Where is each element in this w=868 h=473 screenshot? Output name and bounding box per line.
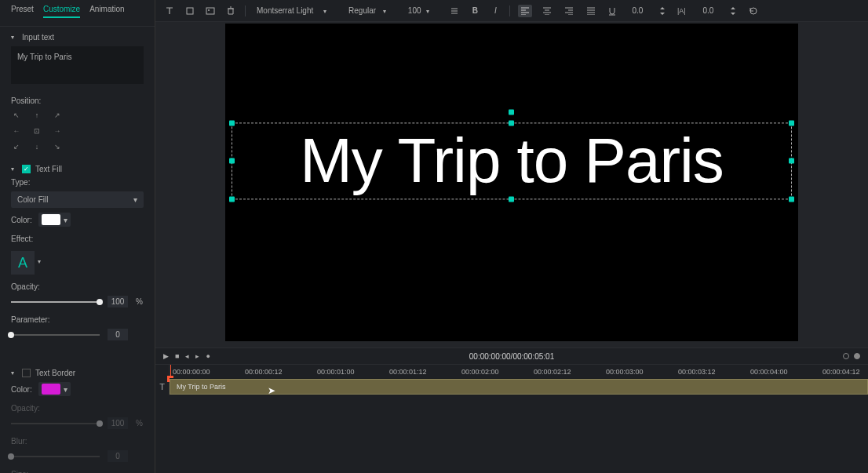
bold-button[interactable]: B xyxy=(469,5,481,17)
chevron-down-icon: ▾ xyxy=(383,8,386,15)
text-tool-icon[interactable] xyxy=(163,5,176,17)
font-weight-select[interactable]: Regular ▾ xyxy=(345,5,397,16)
pos-top-center[interactable]: ↑ xyxy=(31,110,42,121)
pos-bot-center[interactable]: ↓ xyxy=(31,141,42,152)
play-button[interactable]: ▶ xyxy=(163,352,169,360)
text-fill-checkbox[interactable]: ✓ xyxy=(22,165,31,173)
chevron-down-icon: ▾ xyxy=(11,369,17,377)
stop-button[interactable]: ■ xyxy=(175,352,179,360)
text-fill-header[interactable]: ▾ ✓ Text Fill xyxy=(11,165,144,173)
pos-mid-right[interactable]: → xyxy=(52,126,63,136)
effect-label: Effect: xyxy=(11,235,144,243)
border-color-label: Color: xyxy=(11,385,32,394)
chevron-down-icon: ▾ xyxy=(38,258,41,265)
handle-mid-right[interactable] xyxy=(789,158,794,163)
parameter-slider[interactable] xyxy=(11,334,100,336)
line-spacing-input[interactable]: 0.0 xyxy=(697,6,719,15)
cursor-icon: ➤ xyxy=(268,385,275,396)
ruler-tick: 00:00:00:00 xyxy=(173,368,210,376)
time-ruler[interactable]: 00:00:00:00 00:00:00:12 00:00:01:00 00:0… xyxy=(170,365,868,378)
parameter-label: Parameter: xyxy=(11,315,144,324)
crop-icon[interactable] xyxy=(184,5,196,17)
image-icon[interactable] xyxy=(204,5,217,17)
playhead[interactable] xyxy=(170,365,171,378)
ruler-tick: 00:00:02:12 xyxy=(534,368,571,376)
zoom-in-button[interactable] xyxy=(854,353,860,359)
marker-button[interactable]: ● xyxy=(206,352,210,360)
tab-customize[interactable]: Customize xyxy=(43,5,80,18)
handle-bot-left[interactable] xyxy=(229,196,235,202)
preview-canvas[interactable]: My Trip to Paris xyxy=(225,24,798,341)
handle-top-left[interactable] xyxy=(229,120,235,126)
canvas-area: My Trip to Paris xyxy=(155,22,868,347)
border-opacity-label: Opacity: xyxy=(11,404,144,413)
text-track-body[interactable]: My Trip to Paris ➤ xyxy=(170,378,868,395)
opacity-value[interactable]: 100 xyxy=(108,296,128,307)
align-left-button[interactable] xyxy=(518,5,532,17)
letter-spacing-input[interactable]: 0.0 xyxy=(626,6,648,15)
pos-top-right[interactable]: ↗ xyxy=(52,110,63,121)
svg-rect-1 xyxy=(206,8,214,14)
opacity-unit: % xyxy=(136,297,144,306)
indent-icon[interactable] xyxy=(448,5,461,17)
handle-rotate[interactable] xyxy=(509,109,514,115)
spacing-stepper-icon[interactable] xyxy=(656,5,669,17)
text-border-section: ▾ Text Border Color: ▾ Opacity: 100 % Bl… xyxy=(0,362,155,473)
align-justify-button[interactable] xyxy=(584,5,598,17)
pos-bot-right[interactable]: ↘ xyxy=(52,141,63,152)
border-opacity-value: 100 xyxy=(108,417,128,429)
zoom-out-button[interactable] xyxy=(843,353,849,359)
chevron-down-icon: ▾ xyxy=(426,8,429,15)
timeline: ▶ ■ ◂ ▸ ● 00:00:00:00/00:00:05:01 00:00:… xyxy=(155,347,868,473)
text-toolbar: Montserrat Light ▾ Regular ▾ 100 ▾ B I 0… xyxy=(155,0,868,22)
pos-top-left[interactable]: ↖ xyxy=(11,110,22,121)
next-frame-button[interactable]: ▸ xyxy=(195,352,199,360)
border-color-select[interactable]: ▾ xyxy=(38,382,71,396)
font-family-select[interactable]: Montserrat Light ▾ xyxy=(253,5,337,16)
input-text-field[interactable]: My Trip to Paris xyxy=(11,46,144,84)
delete-icon[interactable] xyxy=(224,5,237,17)
type-select[interactable]: Color Fill ▾ xyxy=(11,191,144,208)
font-size-select[interactable]: 100 ▾ xyxy=(405,5,440,16)
handle-top-center[interactable] xyxy=(509,120,514,126)
tab-preset[interactable]: Preset xyxy=(11,5,34,18)
text-border-header[interactable]: ▾ Text Border xyxy=(11,369,144,377)
underline-button[interactable] xyxy=(606,5,618,17)
main-area: Montserrat Light ▾ Regular ▾ 100 ▾ B I 0… xyxy=(155,0,868,473)
chevron-down-icon: ▾ xyxy=(11,166,17,173)
handle-mid-left[interactable] xyxy=(229,158,235,163)
italic-button[interactable]: I xyxy=(489,5,501,17)
prev-frame-button[interactable]: ◂ xyxy=(185,352,189,360)
text-bounding-box[interactable]: My Trip to Paris xyxy=(232,122,792,199)
text-clip[interactable]: My Trip to Paris ➤ xyxy=(170,379,868,395)
svg-point-2 xyxy=(208,9,210,11)
fill-color-select[interactable]: ▾ xyxy=(38,213,71,227)
handle-bot-center[interactable] xyxy=(509,196,514,202)
handle-top-right[interactable] xyxy=(789,120,794,126)
kerning-icon[interactable]: |A| xyxy=(677,5,689,17)
pos-mid-left[interactable]: ← xyxy=(11,126,22,136)
parameter-value[interactable]: 0 xyxy=(108,329,128,340)
pos-bot-left[interactable]: ↙ xyxy=(11,141,22,152)
chevron-down-icon: ▾ xyxy=(11,34,17,41)
spacing-stepper-icon[interactable] xyxy=(727,5,739,17)
input-text-header[interactable]: ▾ Input text xyxy=(11,33,144,42)
opacity-label: Opacity: xyxy=(11,282,144,291)
align-right-button[interactable] xyxy=(562,5,576,17)
pos-mid-center[interactable]: ⊡ xyxy=(31,126,42,136)
tab-animation[interactable]: Animation xyxy=(89,5,124,18)
canvas-text[interactable]: My Trip to Paris xyxy=(232,123,791,198)
color-label: Color: xyxy=(11,216,32,224)
handle-bot-right[interactable] xyxy=(789,196,794,202)
effect-preview[interactable]: A xyxy=(11,251,35,275)
size-label: Size: xyxy=(11,470,144,473)
text-fill-label: Text Fill xyxy=(35,165,62,173)
text-border-checkbox[interactable] xyxy=(22,369,31,377)
type-label: Type: xyxy=(11,178,144,187)
align-center-button[interactable] xyxy=(540,5,554,17)
type-value: Color Fill xyxy=(17,195,48,204)
refresh-icon[interactable] xyxy=(747,5,760,17)
opacity-slider[interactable] xyxy=(11,301,100,303)
timecode-display: 00:00:00:00/00:00:05:01 xyxy=(469,352,554,361)
ruler-tick: 00:00:03:12 xyxy=(678,368,716,376)
